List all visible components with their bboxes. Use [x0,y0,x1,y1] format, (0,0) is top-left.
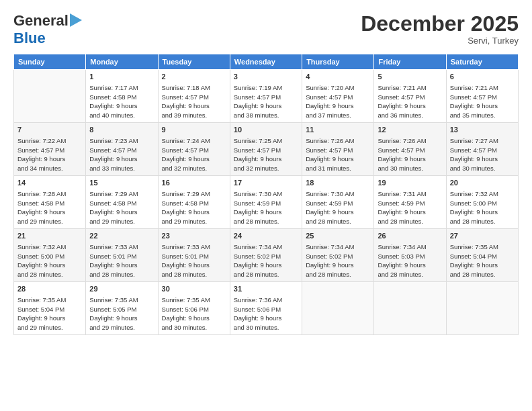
day-info-line: Sunset: 5:05 PM [89,305,154,314]
table-row: 10Sunrise: 7:25 AMSunset: 4:57 PMDayligh… [230,123,302,176]
day-info-line: Daylight: 9 hours [450,261,515,270]
day-info-line: Daylight: 9 hours [234,261,298,270]
day-info-line: and 30 minutes. [450,164,515,173]
logo-general: General [13,12,69,30]
day-info-line: Sunrise: 7:34 AM [378,242,442,252]
day-info-line: and 28 minutes. [17,270,82,279]
day-number: 22 [89,231,154,242]
day-info-line: Sunset: 4:57 PM [306,93,370,102]
day-info-line: Sunrise: 7:33 AM [162,242,226,252]
day-info-line: and 29 minutes. [89,217,154,226]
day-info-line: Sunset: 5:01 PM [162,252,226,261]
day-number: 26 [378,231,442,242]
day-info-line: Daylight: 9 hours [306,261,370,270]
table-row: 17Sunrise: 7:30 AMSunset: 4:59 PMDayligh… [230,176,302,229]
table-row: 23Sunrise: 7:33 AMSunset: 5:01 PMDayligh… [158,229,230,282]
day-info-line: Sunset: 5:03 PM [378,252,442,261]
table-row: 12Sunrise: 7:26 AMSunset: 4:57 PMDayligh… [374,123,446,176]
day-info-line: Sunset: 4:57 PM [306,146,370,155]
day-number: 14 [17,178,82,189]
day-info-line: Sunrise: 7:20 AM [306,83,370,93]
table-row: 16Sunrise: 7:29 AMSunset: 4:58 PMDayligh… [158,176,230,229]
day-info-line: and 28 minutes. [378,270,442,279]
day-info-line: Sunrise: 7:32 AM [17,242,82,252]
day-info-line: and 35 minutes. [450,111,515,120]
day-info-line: Sunset: 5:00 PM [17,252,82,261]
svg-marker-0 [70,13,82,27]
day-info-line: Sunrise: 7:35 AM [17,295,82,305]
day-info-line: Sunrise: 7:25 AM [234,136,298,146]
day-info-line: Daylight: 9 hours [162,314,226,323]
day-info-line: Daylight: 9 hours [17,261,82,270]
day-info-line: Sunrise: 7:35 AM [450,242,515,252]
day-info-line: Sunrise: 7:34 AM [306,242,370,252]
table-row: 13Sunrise: 7:27 AMSunset: 4:57 PMDayligh… [446,123,518,176]
day-number: 16 [162,178,226,189]
day-number: 10 [234,125,298,136]
day-info-line: Sunset: 4:57 PM [450,93,515,102]
day-info-line: and 28 minutes. [234,217,298,226]
table-row: 20Sunrise: 7:32 AMSunset: 5:00 PMDayligh… [446,176,518,229]
table-row: 30Sunrise: 7:35 AMSunset: 5:06 PMDayligh… [158,282,230,335]
day-info-line: Daylight: 9 hours [306,154,370,164]
day-info-line: Sunset: 4:57 PM [450,146,515,155]
day-info-line: Daylight: 9 hours [234,154,298,164]
day-number: 13 [450,125,515,136]
day-info-line: Daylight: 9 hours [378,154,442,164]
day-info-line: Sunset: 4:59 PM [234,199,298,208]
table-row: 1Sunrise: 7:17 AMSunset: 4:58 PMDaylight… [86,70,158,123]
day-info-line: Sunrise: 7:35 AM [89,295,154,305]
day-info-line: Daylight: 9 hours [234,101,298,111]
day-info-line: and 32 minutes. [162,164,226,173]
day-number: 1 [89,72,154,83]
logo-blue: Blue [13,30,46,46]
day-info-line: Sunset: 4:59 PM [378,199,442,208]
table-row: 3Sunrise: 7:19 AMSunset: 4:57 PMDaylight… [230,70,302,123]
table-row: 5Sunrise: 7:21 AMSunset: 4:57 PMDaylight… [374,70,446,123]
table-row: 22Sunrise: 7:33 AMSunset: 5:01 PMDayligh… [86,229,158,282]
calendar-week-row: 21Sunrise: 7:32 AMSunset: 5:00 PMDayligh… [14,229,519,282]
day-number: 30 [162,284,226,295]
table-row: 24Sunrise: 7:34 AMSunset: 5:02 PMDayligh… [230,229,302,282]
day-info-line: and 31 minutes. [306,164,370,173]
table-row: 7Sunrise: 7:22 AMSunset: 4:57 PMDaylight… [14,123,86,176]
day-info-line: Daylight: 9 hours [234,208,298,217]
day-info-line: Daylight: 9 hours [162,101,226,111]
day-number: 11 [306,125,370,136]
day-info-line: Sunset: 4:57 PM [234,146,298,155]
col-thursday: Thursday [302,54,374,70]
day-info-line: Daylight: 9 hours [162,208,226,217]
calendar-week-row: 28Sunrise: 7:35 AMSunset: 5:04 PMDayligh… [14,282,519,335]
day-info-line: Sunset: 4:58 PM [89,199,154,208]
day-info-line: Daylight: 9 hours [17,314,82,323]
day-info-line: and 28 minutes. [306,270,370,279]
table-row: 26Sunrise: 7:34 AMSunset: 5:03 PMDayligh… [374,229,446,282]
day-info-line: Sunset: 5:02 PM [234,252,298,261]
table-row: 19Sunrise: 7:31 AMSunset: 4:59 PMDayligh… [374,176,446,229]
day-info-line: Daylight: 9 hours [89,314,154,323]
day-info-line: Sunrise: 7:24 AM [162,136,226,146]
day-info-line: and 30 minutes. [378,164,442,173]
day-info-line: Sunset: 4:59 PM [306,199,370,208]
day-info-line: and 36 minutes. [378,111,442,120]
day-number: 17 [234,178,298,189]
day-info-line: Sunset: 4:57 PM [378,146,442,155]
header: General Blue December 2025 Servi, Turkey [13,12,519,47]
day-number: 31 [234,284,298,295]
table-row [374,282,446,335]
day-number: 19 [378,178,442,189]
day-info-line: and 40 minutes. [89,111,154,120]
table-row: 18Sunrise: 7:30 AMSunset: 4:59 PMDayligh… [302,176,374,229]
table-row: 21Sunrise: 7:32 AMSunset: 5:00 PMDayligh… [14,229,86,282]
day-info-line: Sunrise: 7:29 AM [89,189,154,199]
day-info-line: and 34 minutes. [17,164,82,173]
day-number: 25 [306,231,370,242]
table-row: 9Sunrise: 7:24 AMSunset: 4:57 PMDaylight… [158,123,230,176]
day-info-line: and 28 minutes. [89,270,154,279]
day-info-line: Sunrise: 7:26 AM [306,136,370,146]
day-info-line: Sunset: 4:57 PM [378,93,442,102]
table-row: 15Sunrise: 7:29 AMSunset: 4:58 PMDayligh… [86,176,158,229]
day-info-line: and 29 minutes. [162,217,226,226]
day-number: 27 [450,231,515,242]
col-tuesday: Tuesday [158,54,230,70]
